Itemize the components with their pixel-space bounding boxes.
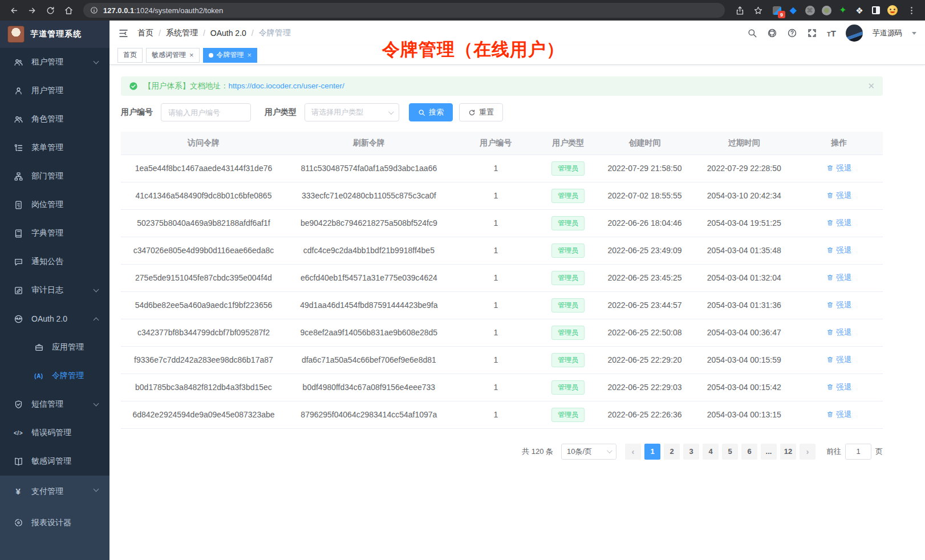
site-info-icon[interactable] <box>90 6 98 14</box>
force-logout-button[interactable]: 强退 <box>826 218 851 228</box>
sidebar-item-pay[interactable]: ¥支付管理 <box>0 476 109 507</box>
profile-emoji-avatar[interactable] <box>887 5 898 15</box>
help-icon[interactable] <box>787 28 797 38</box>
browser-menu-icon[interactable] <box>903 2 919 18</box>
font-size-icon[interactable]: TT <box>827 29 836 38</box>
force-logout-button[interactable]: 强退 <box>826 245 851 255</box>
reset-button[interactable]: 重置 <box>459 103 503 121</box>
sidebar-item-dict[interactable]: 字典管理 <box>0 219 109 247</box>
alert-close-icon[interactable]: ✕ <box>867 81 875 91</box>
trash-icon <box>826 164 834 172</box>
browser-back-icon[interactable] <box>6 2 22 18</box>
goto-page-input[interactable] <box>845 444 871 460</box>
pager: ‹123456...12› <box>623 444 817 460</box>
breadcrumb-item[interactable]: 系统管理 <box>166 28 198 38</box>
goto-page: 前往 页 <box>826 444 883 460</box>
sidebar-item-user[interactable]: 用户管理 <box>0 76 109 105</box>
page-button-4[interactable]: 4 <box>703 444 719 460</box>
url-bar[interactable]: 127.0.0.1:1024/system/oauth2/token <box>83 3 725 18</box>
extensions-puzzle-icon[interactable]: ❖ <box>854 5 865 15</box>
sidebar-item-report-designer[interactable]: 报表设计器 <box>0 507 109 538</box>
breadcrumb-item[interactable]: 首页 <box>137 28 153 38</box>
fullscreen-icon[interactable] <box>807 28 817 38</box>
sidebar-item-label: 租户管理 <box>31 57 63 67</box>
search-button[interactable]: 搜索 <box>409 103 453 121</box>
pagination: 共 120 条 10条/页 ‹123456...12› 前往 页 <box>121 444 883 460</box>
sidebar-item-audit-log[interactable]: 审计日志 <box>0 276 109 305</box>
github-icon[interactable] <box>767 28 777 38</box>
sidebar-item-tenant[interactable]: 租户管理 <box>0 48 109 76</box>
force-logout-button[interactable]: 强退 <box>826 327 851 338</box>
refresh-token-cell: dfa6c71a50a54c66bef706ef9e6e8d81 <box>286 346 452 374</box>
extension-star-icon[interactable]: ✦ <box>838 5 848 15</box>
sidebar-item-notice[interactable]: 通知公告 <box>0 247 109 276</box>
share-icon[interactable] <box>732 2 748 18</box>
user-id-cell: 1 <box>452 374 540 401</box>
sidebar-item-menu[interactable]: 菜单管理 <box>0 133 109 162</box>
browser-home-icon[interactable] <box>60 2 76 18</box>
menu-icon <box>13 143 24 153</box>
force-logout-button[interactable]: 强退 <box>826 273 851 283</box>
user-type-badge: 管理员 <box>551 408 585 422</box>
action-cell: 强退 <box>795 237 883 264</box>
extension-record-icon[interactable] <box>821 5 831 15</box>
reading-mode-icon[interactable] <box>871 5 881 15</box>
user-caret-down-icon[interactable] <box>912 32 916 35</box>
access-token-cell: 54d6be82ee5a460a9aedc1f9bf223656 <box>121 291 286 319</box>
extension-grid-icon[interactable]: 9 <box>772 5 782 15</box>
force-logout-button[interactable]: 强退 <box>826 409 851 420</box>
user-type-select[interactable]: 请选择用户类型 <box>305 103 399 121</box>
sidebar-item-sensitive-word[interactable]: 敏感词管理 <box>0 447 109 476</box>
page-button-2[interactable]: 2 <box>664 444 680 460</box>
prev-page-button[interactable]: ‹ <box>625 444 641 460</box>
force-logout-button[interactable]: 强退 <box>826 163 851 173</box>
page-button-1[interactable]: 1 <box>644 444 660 460</box>
sidebar-item-oauth2[interactable]: OAuth 2.0 <box>0 305 109 333</box>
column-header: 刷新令牌 <box>286 132 452 155</box>
page-size-select[interactable]: 10条/页 <box>561 444 616 460</box>
shield-icon <box>13 400 24 409</box>
user-id-input[interactable] <box>161 103 251 121</box>
page-button-12[interactable]: 12 <box>780 444 796 460</box>
sidebar-item-oauth2-token[interactable]: (A)令牌管理 <box>0 362 109 390</box>
force-logout-button[interactable]: 强退 <box>826 190 851 201</box>
action-cell: 强退 <box>795 291 883 319</box>
user-avatar[interactable] <box>846 25 863 42</box>
sidebar-item-role[interactable]: 角色管理 <box>0 105 109 133</box>
hamburger-icon[interactable] <box>118 28 129 39</box>
browser-forward-icon[interactable] <box>24 2 40 18</box>
tab-令牌管理[interactable]: 令牌管理× <box>203 48 258 63</box>
user-type-cell: 管理员 <box>540 155 597 182</box>
browser-reload-icon[interactable] <box>42 2 58 18</box>
tab-敏感词管理[interactable]: 敏感词管理× <box>146 48 200 63</box>
extension-gem-icon[interactable]: ◆ <box>788 5 798 15</box>
sidebar-item-label: 角色管理 <box>31 114 63 124</box>
sidebar-item-label: OAuth 2.0 <box>31 314 67 323</box>
sidebar-item-error-code[interactable]: </>错误码管理 <box>0 419 109 447</box>
tab-close-icon[interactable]: × <box>248 51 252 59</box>
more-pages-button[interactable]: ... <box>761 444 777 460</box>
tab-首页[interactable]: 首页 <box>117 48 143 63</box>
access-token-cell: 6d842e2924594de9a09e45e087323abe <box>121 401 286 428</box>
page-button-5[interactable]: 5 <box>722 444 738 460</box>
force-logout-button[interactable]: 强退 <box>826 355 851 365</box>
access-token-cell: c347026e805e4d99b0d116eae66eda8c <box>121 237 286 264</box>
doc-link[interactable]: https://doc.iocoder.cn/user-center/ <box>229 82 344 90</box>
search-icon[interactable] <box>747 28 757 38</box>
column-header: 访问令牌 <box>121 132 286 155</box>
sidebar-item-sms[interactable]: 短信管理 <box>0 390 109 419</box>
tab-close-icon[interactable]: × <box>189 51 194 59</box>
sidebar-item-post[interactable]: 岗位管理 <box>0 190 109 219</box>
sidebar-item-dept[interactable]: 部门管理 <box>0 162 109 190</box>
user-name[interactable]: 芋道源码 <box>873 28 902 38</box>
app-logo[interactable]: 芋道管理系统 <box>0 21 109 48</box>
sidebar-item-oauth2-app[interactable]: 应用管理 <box>0 333 109 362</box>
page-button-6[interactable]: 6 <box>741 444 757 460</box>
breadcrumb-item[interactable]: OAuth 2.0 <box>210 29 246 38</box>
force-logout-button[interactable]: 强退 <box>826 300 851 310</box>
next-page-button[interactable]: › <box>800 444 816 460</box>
force-logout-button[interactable]: 强退 <box>826 382 851 392</box>
page-button-3[interactable]: 3 <box>683 444 699 460</box>
extension-command-icon[interactable]: ⌘ <box>805 5 815 15</box>
bookmark-star-icon[interactable] <box>750 2 766 18</box>
